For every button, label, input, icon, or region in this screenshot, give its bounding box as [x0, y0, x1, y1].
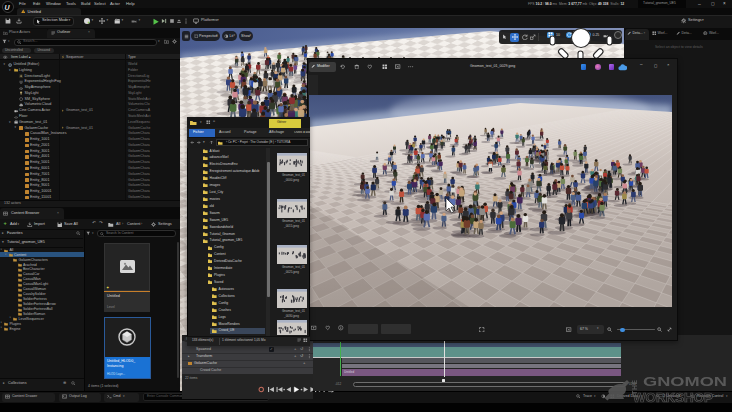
svg-text:WORKSHOP: WORKSHOP [633, 391, 713, 405]
svg-text:GNOMON: GNOMON [643, 374, 727, 389]
